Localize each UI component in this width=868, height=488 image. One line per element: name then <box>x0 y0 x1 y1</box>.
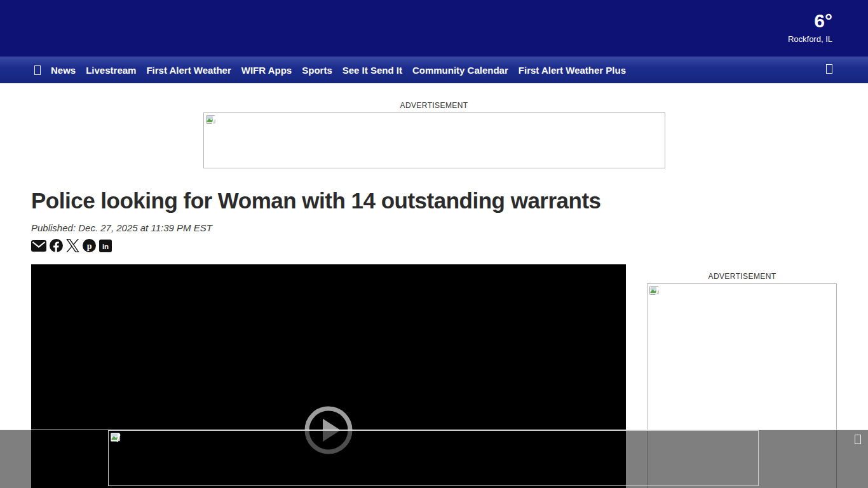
top-ad-frame[interactable] <box>203 112 665 168</box>
menu-icon[interactable] <box>34 65 41 75</box>
nav-item-first-alert-weather-plus[interactable]: First Alert Weather Plus <box>519 65 626 76</box>
svg-text:p: p <box>87 241 92 251</box>
nav-item-wifr-apps[interactable]: WIFR Apps <box>241 65 292 76</box>
email-share-icon[interactable] <box>31 240 46 252</box>
x-share-icon[interactable] <box>66 239 79 252</box>
broken-image-icon <box>110 432 121 445</box>
article-header: Police looking for Woman with 14 outstan… <box>31 188 868 252</box>
facebook-share-icon[interactable] <box>50 239 63 252</box>
broken-image-icon <box>205 114 217 128</box>
top-ad-label: ADVERTISEMENT <box>0 101 868 110</box>
nav-item-news[interactable]: News <box>51 65 76 76</box>
nav-item-see-it-send-it[interactable]: See It Send It <box>342 65 402 76</box>
weather-location: Rockford, IL <box>788 34 832 44</box>
sticky-bottom-ad-bar <box>0 430 868 488</box>
nav-item-livestream[interactable]: Livestream <box>86 65 136 76</box>
temperature: 6° <box>788 10 832 31</box>
site-header: 6° Rockford, IL <box>0 0 868 57</box>
published-timestamp: Published: Dec. 27, 2025 at 11:39 PM EST <box>31 222 868 233</box>
nav-item-first-alert-weather[interactable]: First Alert Weather <box>146 65 231 76</box>
linkedin-share-icon[interactable]: in <box>99 240 112 252</box>
nav-item-sports[interactable]: Sports <box>302 65 332 76</box>
svg-text:in: in <box>102 243 109 250</box>
pinterest-share-icon[interactable]: p <box>83 239 96 252</box>
weather-widget[interactable]: 6° Rockford, IL <box>788 10 832 44</box>
right-ad-label: ADVERTISEMENT <box>647 264 837 281</box>
main-nav: News Livestream First Alert Weather WIFR… <box>0 57 868 83</box>
search-icon-glyph <box>826 64 832 74</box>
broken-image-icon <box>649 285 660 299</box>
search-icon[interactable] <box>826 64 832 76</box>
share-toolbar: p in <box>31 239 868 252</box>
close-icon-glyph <box>855 435 861 444</box>
close-icon[interactable] <box>855 435 861 447</box>
page-title: Police looking for Woman with 14 outstan… <box>31 188 868 214</box>
sticky-ad-frame[interactable] <box>108 430 759 486</box>
nav-item-community-calendar[interactable]: Community Calendar <box>412 65 508 76</box>
